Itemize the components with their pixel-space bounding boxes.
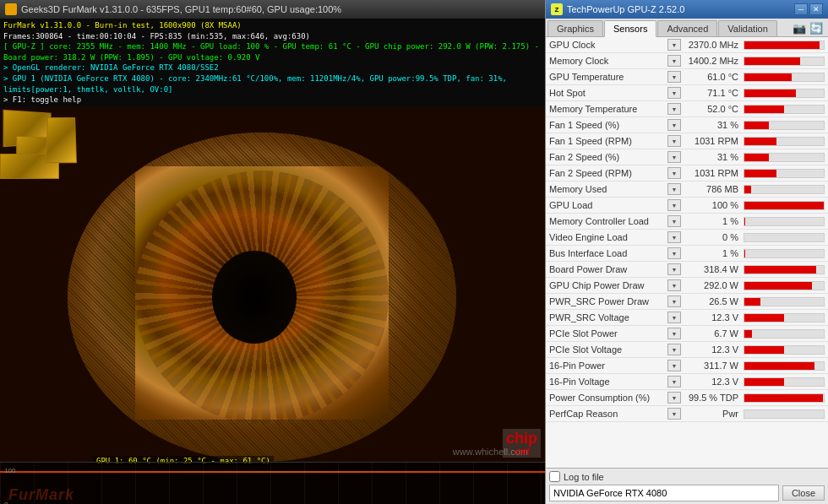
sensors-container[interactable]: GPU Clock▼2370.0 MHzMemory Clock▼1400.2 … <box>546 37 828 468</box>
sensor-row[interactable]: Memory Controller Load▼1 % <box>546 214 828 230</box>
sensor-dropdown-13[interactable]: ▼ <box>667 247 681 259</box>
sensor-dropdown-2[interactable]: ▼ <box>667 71 681 83</box>
sensor-dropdown-18[interactable]: ▼ <box>667 328 681 339</box>
sensor-bar-13 <box>744 250 745 257</box>
tab-graphics[interactable]: Graphics <box>547 20 603 36</box>
sensor-dropdown-7[interactable]: ▼ <box>667 151 681 163</box>
sensor-dropdown-23[interactable]: ▼ <box>667 408 681 420</box>
sensor-dropdown-16[interactable]: ▼ <box>667 295 681 307</box>
sensor-value-23: Pwr <box>684 409 744 419</box>
furmark-panel: Geeks3D FurMark v1.31.0.0 - 635FPS, GPU1… <box>0 0 545 504</box>
sensor-name-8: Fan 2 Speed (RPM) <box>549 168 667 178</box>
furmark-line1: FurMark v1.31.0.0 - Burn-in test, 1600x9… <box>3 20 542 31</box>
sensor-row[interactable]: 16-Pin Power▼311.7 W <box>546 358 828 374</box>
sensor-dropdown-1[interactable]: ▼ <box>667 55 681 67</box>
sensor-bar-container-12 <box>744 233 825 242</box>
log-to-file-row: Log to file <box>549 471 825 482</box>
sensor-bar-6 <box>744 138 776 145</box>
sensor-row[interactable]: Memory Clock▼1400.2 MHz <box>546 53 828 69</box>
sensor-name-1: Memory Clock <box>549 56 667 66</box>
sensor-bar-container-18 <box>744 329 825 339</box>
sensor-bar-container-19 <box>744 345 825 355</box>
sensor-row[interactable]: Fan 2 Speed (%)▼31 % <box>546 149 828 165</box>
sensor-row[interactable]: Fan 1 Speed (%)▼31 % <box>546 117 828 133</box>
minimize-button[interactable]: ─ <box>794 3 808 15</box>
sensor-row[interactable]: PWR_SRC Power Draw▼26.5 W <box>546 294 828 310</box>
chart-label-0: 0 <box>4 501 8 504</box>
sensor-dropdown-4[interactable]: ▼ <box>667 103 681 115</box>
tab-advanced[interactable]: Advanced <box>657 20 717 36</box>
sensor-dropdown-5[interactable]: ▼ <box>667 119 681 131</box>
sensor-name-18: PCIe Slot Power <box>549 328 667 339</box>
log-to-file-checkbox[interactable] <box>549 471 560 482</box>
sensor-row[interactable]: GPU Chip Power Draw▼292.0 W <box>546 278 828 294</box>
sensor-dropdown-20[interactable]: ▼ <box>667 360 681 371</box>
sensor-bar-container-16 <box>744 297 825 306</box>
sensor-row[interactable]: 16-Pin Voltage▼12.3 V <box>546 374 828 390</box>
sensor-row[interactable]: Power Consumption (%)▼99.5 % TDP <box>546 390 828 406</box>
sensor-dropdown-11[interactable]: ▼ <box>667 215 681 227</box>
sensor-bar-container-3 <box>744 89 825 98</box>
sensor-dropdown-10[interactable]: ▼ <box>667 199 681 211</box>
sensor-bar-container-17 <box>744 313 825 322</box>
gpuz-titlebar-btns: ─ ✕ <box>794 3 823 15</box>
close-button[interactable]: Close <box>782 485 825 501</box>
sensor-row[interactable]: Bus Interface Load▼1 % <box>546 246 828 262</box>
fur-right <box>389 133 456 462</box>
sensor-name-2: GPU Temperature <box>549 72 667 82</box>
sensor-bar-20 <box>744 362 814 370</box>
sensor-row[interactable]: Fan 1 Speed (RPM)▼1031 RPM <box>546 133 828 149</box>
sensor-row[interactable]: Hot Spot▼71.1 °C <box>546 85 828 101</box>
refresh-icon[interactable]: 🔄 <box>809 22 823 35</box>
sensor-dropdown-3[interactable]: ▼ <box>667 87 681 99</box>
sensor-row[interactable]: GPU Temperature▼61.0 °C <box>546 69 828 85</box>
sensor-dropdown-8[interactable]: ▼ <box>667 167 681 179</box>
sensor-name-7: Fan 2 Speed (%) <box>549 152 667 162</box>
sensor-dropdown-22[interactable]: ▼ <box>667 392 681 404</box>
sensor-row[interactable]: PCIe Slot Voltage▼12.3 V <box>546 342 828 358</box>
sensor-bar-9 <box>744 186 751 193</box>
sensor-dropdown-19[interactable]: ▼ <box>667 344 681 355</box>
sensor-row[interactable]: Memory Temperature▼52.0 °C <box>546 101 828 117</box>
tab-validation[interactable]: Validation <box>718 20 777 36</box>
sensor-row[interactable]: Fan 2 Speed (RPM)▼1031 RPM <box>546 165 828 182</box>
sensor-value-6: 1031 RPM <box>684 136 744 146</box>
sensor-value-9: 786 MB <box>684 184 744 194</box>
sensor-value-14: 318.4 W <box>684 264 744 274</box>
sensor-value-1: 1400.2 MHz <box>684 56 744 66</box>
sensor-bar-10 <box>744 202 824 209</box>
sensor-dropdown-9[interactable]: ▼ <box>667 183 681 195</box>
sensor-dropdown-17[interactable]: ▼ <box>667 312 681 323</box>
sensor-dropdown-6[interactable]: ▼ <box>667 135 681 147</box>
sensor-row[interactable]: PerfCap Reason▼Pwr <box>546 406 828 422</box>
sensor-bar-container-8 <box>744 169 825 178</box>
sensor-row[interactable]: Video Engine Load▼0 % <box>546 230 828 246</box>
sensor-row[interactable]: Board Power Draw▼318.4 W <box>546 262 828 278</box>
sensor-value-3: 71.1 °C <box>684 88 744 98</box>
sensor-name-15: GPU Chip Power Draw <box>549 280 667 290</box>
sensor-bar-container-0 <box>744 41 825 50</box>
sensor-bar-container-23 <box>744 409 825 419</box>
tab-sensors[interactable]: Sensors <box>604 20 656 37</box>
sensor-row[interactable]: PWR_SRC Voltage▼12.3 V <box>546 310 828 326</box>
sensor-dropdown-0[interactable]: ▼ <box>667 39 681 51</box>
sensor-bar-7 <box>744 154 769 161</box>
gpu-name-display: NVIDIA GeForce RTX 4080 <box>549 485 779 501</box>
sensor-dropdown-15[interactable]: ▼ <box>667 279 681 291</box>
sensor-row[interactable]: GPU Clock▼2370.0 MHz <box>546 37 828 53</box>
sensor-dropdown-21[interactable]: ▼ <box>667 376 681 387</box>
sensor-name-12: Video Engine Load <box>549 232 667 242</box>
sensor-dropdown-14[interactable]: ▼ <box>667 263 681 275</box>
sensor-bar-19 <box>744 346 784 354</box>
sensor-row[interactable]: Memory Used▼786 MB <box>546 182 828 198</box>
sensor-row[interactable]: GPU Load▼100 % <box>546 198 828 214</box>
sensor-dropdown-12[interactable]: ▼ <box>667 231 681 243</box>
sensor-row[interactable]: PCIe Slot Power▼6.7 W <box>546 326 828 342</box>
camera-icon[interactable]: 📷 <box>793 22 806 35</box>
sensor-bar-container-20 <box>744 361 825 371</box>
sensor-name-10: GPU Load <box>549 200 667 210</box>
sensor-bar-container-5 <box>744 121 825 130</box>
sensor-bar-8 <box>744 170 776 177</box>
log-to-file-label: Log to file <box>564 472 604 482</box>
close-window-button[interactable]: ✕ <box>809 3 823 15</box>
